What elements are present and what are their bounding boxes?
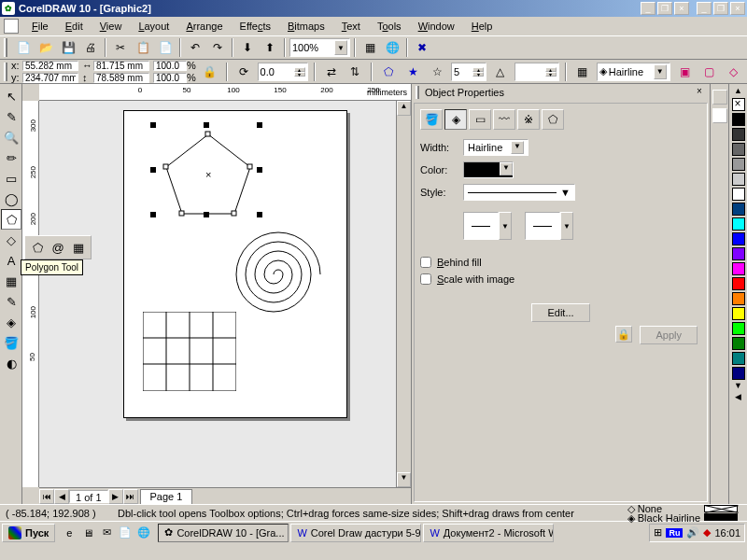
task-button[interactable]: WДокумент2 - Microsoft W... — [423, 524, 554, 542]
docker-close-button[interactable]: × — [693, 86, 706, 99]
tab-rectangle[interactable]: ▭ — [469, 109, 491, 130]
color-swatch[interactable] — [732, 277, 745, 290]
palette-down-button[interactable]: ▼ — [734, 381, 742, 392]
dropdown-icon[interactable]: ▼ — [560, 212, 573, 240]
color-swatch[interactable] — [732, 188, 745, 201]
redo-button[interactable]: ↷ — [207, 37, 228, 58]
zoom-input[interactable] — [292, 42, 334, 53]
page-tab[interactable]: Page 1 — [140, 489, 193, 504]
whatsthis-button[interactable]: ✖ — [412, 37, 432, 58]
scale-x-input[interactable] — [153, 61, 187, 71]
basic-shapes-tool[interactable]: ◇ — [1, 230, 21, 250]
minimize-button[interactable]: _ — [697, 2, 712, 15]
tab-outline[interactable]: ◈ — [444, 109, 467, 130]
sharpness-input[interactable]: ▴▾ — [514, 63, 559, 81]
color-swatch[interactable] — [732, 337, 745, 350]
menu-arrange[interactable]: Arrange — [178, 19, 230, 34]
color-swatch[interactable] — [732, 352, 745, 365]
apply-button[interactable]: Apply — [640, 326, 698, 344]
text-tool[interactable]: A — [1, 250, 21, 271]
start-button[interactable]: Пуск — [2, 524, 55, 542]
copy-button[interactable]: 📋 — [133, 37, 153, 58]
outline-width-combo[interactable]: Hairline▼ — [463, 139, 529, 156]
outline-color-swatch[interactable]: ▼ — [463, 161, 514, 178]
print-button[interactable]: 🖨 — [80, 37, 101, 58]
color-swatch[interactable] — [732, 217, 745, 231]
tab-fill[interactable]: 🪣 — [420, 109, 443, 130]
flyout-spiral-tool[interactable]: @ — [49, 238, 67, 257]
menu-window[interactable]: Window — [411, 19, 462, 34]
menu-tools[interactable]: Tools — [370, 19, 409, 34]
y-input[interactable] — [22, 73, 78, 83]
freehand-tool[interactable]: ✏ — [1, 147, 21, 168]
graph-paper-shape[interactable] — [143, 312, 236, 391]
menu-file[interactable]: File — [24, 19, 56, 34]
to-back-button[interactable]: ▢ — [698, 62, 719, 82]
interactive-tool[interactable]: ◐ — [1, 353, 21, 373]
tab-curve[interactable]: 〰 — [493, 109, 515, 130]
ql-app-icon[interactable]: 📄 — [117, 525, 134, 541]
task-button[interactable]: ✿CorelDRAW 10 - [Gra... — [158, 524, 289, 542]
save-button[interactable]: 💾 — [58, 37, 78, 58]
menu-text[interactable]: Text — [334, 19, 368, 34]
angle-input[interactable]: ▴▾ — [258, 63, 308, 81]
color-swatch[interactable] — [732, 173, 745, 186]
fill-swatch-indicator[interactable] — [704, 505, 738, 512]
paste-button[interactable]: 📄 — [155, 37, 176, 58]
zoom-tool[interactable]: 🔍 — [1, 127, 21, 147]
color-swatch[interactable] — [732, 128, 745, 141]
menu-bitmaps[interactable]: Bitmaps — [280, 19, 332, 34]
eyedropper-tool[interactable]: ✎ — [1, 291, 21, 312]
to-front-button[interactable]: ▣ — [674, 62, 695, 82]
export-button[interactable]: ⬆ — [260, 37, 280, 58]
no-color-swatch[interactable] — [732, 98, 745, 111]
palette-flyout-button[interactable]: ◀ — [735, 392, 741, 403]
ql-ie-icon[interactable]: e — [61, 525, 78, 541]
ellipse-tool[interactable]: ◯ — [1, 189, 21, 209]
ql-app-icon[interactable]: 🌐 — [135, 525, 152, 541]
ruler-vertical[interactable]: 300 250 200 150 100 50 — [22, 101, 39, 487]
ql-outlook-icon[interactable]: ✉ — [98, 525, 115, 541]
height-input[interactable] — [93, 73, 149, 83]
polygon-mode-button[interactable]: ⬠ — [378, 62, 399, 82]
pentagon-shape[interactable]: × — [162, 130, 255, 218]
first-page-button[interactable]: ⏮ — [39, 489, 54, 504]
rectangle-tool[interactable]: ▭ — [1, 168, 21, 189]
docker-tab-1[interactable] — [712, 90, 727, 105]
scale-with-image-checkbox[interactable] — [420, 273, 431, 285]
color-swatch[interactable] — [732, 247, 745, 260]
lock-ratio-button[interactable]: 🔒 — [200, 62, 220, 82]
menu-layout[interactable]: Layout — [131, 19, 176, 34]
menu-view[interactable]: View — [92, 19, 130, 34]
new-button[interactable]: 📄 — [13, 37, 34, 58]
outline-style-combo[interactable]: ▼ — [463, 184, 575, 201]
start-arrow-combo[interactable] — [463, 212, 499, 240]
app-launcher-button[interactable]: ▦ — [359, 37, 380, 58]
corel-online-button[interactable]: 🌐 — [382, 37, 402, 58]
mdi-icon[interactable] — [4, 19, 19, 34]
color-swatch[interactable] — [732, 322, 745, 335]
last-page-button[interactable]: ⏭ — [123, 489, 138, 504]
outline-swatch-indicator[interactable] — [704, 513, 738, 521]
outline-tool[interactable]: ◈ — [1, 312, 21, 332]
color-swatch[interactable] — [732, 143, 745, 156]
mdi-minimize-button[interactable]: _ — [641, 2, 655, 15]
sides-input[interactable]: ▴▾ — [451, 63, 486, 81]
import-button[interactable]: ⬇ — [237, 37, 258, 58]
mirror-h-button[interactable]: ⇄ — [321, 62, 342, 82]
color-swatch[interactable] — [732, 292, 745, 305]
zoom-combo[interactable]: ▼ — [289, 38, 350, 57]
docker-tab-2[interactable] — [712, 108, 727, 123]
outline-width-combo[interactable]: ◈▼ — [597, 63, 671, 81]
flyout-polygon-tool[interactable]: ⬠ — [28, 238, 47, 257]
fill-tool[interactable]: 🪣 — [1, 332, 21, 353]
color-swatch[interactable] — [732, 262, 745, 275]
color-swatch[interactable] — [732, 367, 745, 380]
color-swatch[interactable] — [732, 232, 745, 245]
wrap-button[interactable]: ▦ — [572, 62, 593, 82]
mirror-v-button[interactable]: ⇅ — [345, 62, 365, 82]
clock[interactable]: 16:01 — [714, 527, 740, 539]
color-swatch[interactable] — [732, 158, 745, 171]
menu-help[interactable]: Help — [464, 19, 500, 34]
interactive-fill-tool[interactable]: ▦ — [1, 271, 21, 291]
